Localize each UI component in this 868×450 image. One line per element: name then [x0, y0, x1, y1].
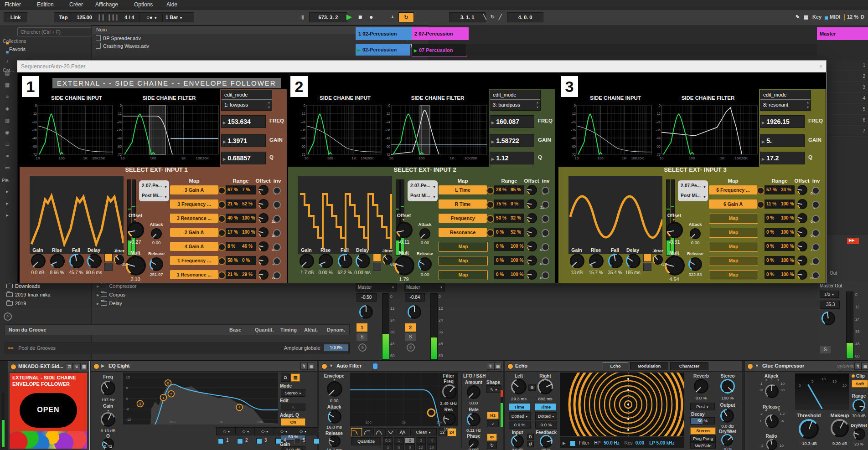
- map-button[interactable]: Map: [439, 256, 488, 266]
- device-activator[interactable]: [747, 363, 753, 369]
- eq-band-checkbox[interactable]: [256, 438, 262, 444]
- track-select[interactable]: 2-07-Pe...▼: [678, 180, 708, 190]
- range-box[interactable]: 40 %100 %: [226, 214, 256, 223]
- inv-toggle[interactable]: [273, 215, 281, 223]
- map-button[interactable]: Map: [709, 242, 758, 252]
- inv-toggle[interactable]: [812, 215, 820, 223]
- echo-stereo-knob[interactable]: [720, 379, 735, 394]
- af-quantize-12[interactable]: 12: [416, 444, 426, 450]
- clips-icon[interactable]: ◉: [2, 129, 13, 135]
- side-chain-filter-graph[interactable]: 0-12-24-36-48-60-72101001K10K20K: [115, 102, 220, 166]
- scene-5[interactable]: 5: [827, 104, 868, 115]
- range-box[interactable]: 0 %100 %: [765, 270, 795, 279]
- hot-swap-icon[interactable]: ↯: [73, 363, 80, 370]
- q-field[interactable]: ▶1.12: [490, 152, 534, 164]
- echo-channel-pingpong[interactable]: Ping Pong: [690, 435, 716, 442]
- ext-input-source-select[interactable]: 2-07-Pe...▼ Post Mi...▼: [678, 180, 708, 201]
- inv-toggle[interactable]: [273, 229, 281, 237]
- map-button[interactable]: 3 Resonance ...: [170, 214, 218, 223]
- map-button[interactable]: Map: [709, 214, 758, 224]
- af-phase-knob[interactable]: [469, 438, 479, 448]
- track-solo-button[interactable]: S: [405, 333, 416, 341]
- map-radio[interactable]: [757, 187, 765, 194]
- echo-reverb-position[interactable]: Post ▼: [690, 403, 715, 410]
- eq-band-filter-select[interactable]: ◇ ▼: [216, 427, 237, 435]
- echo-reverb-knob[interactable]: [694, 379, 708, 394]
- place-item[interactable]: 2019: [6, 301, 26, 306]
- af-quantize-5[interactable]: 5: [383, 444, 393, 450]
- stereo-link-icon[interactable]: ⊕: [528, 384, 536, 391]
- device-header[interactable]: ▶ EQ Eight ↯ ▣: [91, 361, 317, 372]
- device-activator[interactable]: [10, 364, 16, 370]
- glue-threshold-knob[interactable]: [799, 419, 819, 439]
- menu-item-options[interactable]: Options: [134, 1, 153, 8]
- punch-in-button[interactable]: ╲: [483, 12, 486, 21]
- inv-toggle[interactable]: [542, 187, 549, 194]
- map-button[interactable]: 2 Gain A: [170, 228, 218, 237]
- plugins-icon[interactable]: ▥: [2, 118, 13, 123]
- track-solo-button[interactable]: S: [356, 333, 367, 341]
- track-pan-knob[interactable]: [359, 305, 373, 319]
- folder-icon[interactable]: ▸: [2, 200, 13, 206]
- map-radio[interactable]: [757, 201, 765, 209]
- time-signature-field[interactable]: 4 / 4: [118, 12, 141, 22]
- midi-map-button[interactable]: MIDI: [830, 12, 840, 21]
- clip-play-icon[interactable]: ▶: [414, 48, 417, 53]
- key-map-button[interactable]: Key: [812, 12, 822, 21]
- scene-1[interactable]: 1: [827, 60, 868, 71]
- inv-toggle[interactable]: [542, 215, 549, 223]
- clip-slot-1[interactable]: ▶02-Percussion: [356, 44, 410, 56]
- echo-left-time-knob[interactable]: [511, 379, 527, 394]
- jitter-off-button[interactable]: [643, 263, 651, 271]
- inv-toggle[interactable]: [542, 257, 549, 265]
- track-arm-button[interactable]: 1: [356, 323, 367, 332]
- glue-drywet-knob[interactable]: [853, 428, 865, 440]
- echo-left-offset[interactable]: 0.0 %: [509, 421, 531, 429]
- track-header-1[interactable]: 1 02-Percussion: [356, 27, 413, 40]
- af-lfo-shape-select[interactable]: ∿ ▼: [486, 385, 501, 393]
- eq-mode-select[interactable]: Stereo ▼: [281, 389, 305, 397]
- af-quantize-0.5[interactable]: 0.5: [383, 437, 393, 444]
- save-preset-icon[interactable]: ▣: [80, 363, 88, 370]
- map-button[interactable]: 1 Resonance ...: [170, 270, 218, 279]
- map-button[interactable]: 1 Frequency ...: [170, 256, 218, 265]
- audio-effects-icon[interactable]: ≡: [2, 94, 13, 99]
- tap-point-select[interactable]: Post Mi...▼: [408, 190, 438, 200]
- eq-edit-select[interactable]: A: [281, 404, 305, 411]
- af-quantize-4[interactable]: 4: [427, 437, 437, 444]
- session-automation-arm-button[interactable]: ↻: [398, 12, 414, 22]
- delay-knob[interactable]: [626, 254, 641, 268]
- glue-soft-clip-toggle[interactable]: Soft: [852, 380, 868, 388]
- glue-attack-knob[interactable]: [765, 384, 779, 398]
- ext-input-source-select[interactable]: 2-07-Pe...▼ Post Mi...▼: [408, 180, 438, 201]
- templates-icon[interactable]: ▭: [2, 165, 13, 171]
- device-activator[interactable]: [507, 363, 513, 369]
- folder-icon[interactable]: ▸: [2, 212, 13, 218]
- rise-knob[interactable]: [589, 254, 604, 268]
- instruments-icon[interactable]: ▦: [2, 82, 13, 88]
- search-input[interactable]: Chercher (Ctrl + F): [17, 27, 92, 36]
- glue-range-knob[interactable]: [852, 399, 865, 412]
- track-cue-icon[interactable]: ◎: [407, 343, 415, 352]
- offset-knob[interactable]: [666, 222, 683, 238]
- echo-right-offset[interactable]: 0.0 %: [535, 421, 557, 429]
- device-auto-filter[interactable]: ▼ Auto Filter ↯ ▣ Envelope ▼ 0.00 Attack…: [319, 361, 503, 450]
- spinner-icon[interactable]: ▴▾: [268, 100, 270, 110]
- device-activator[interactable]: [321, 363, 327, 369]
- mikado-screen[interactable]: EXTERNAL - SIDE CHAINE ENVELOPE FOLLOWER…: [10, 373, 87, 449]
- track-header-2[interactable]: 2 07-Percussion: [412, 27, 469, 40]
- af-quantize-8[interactable]: 8: [405, 444, 415, 450]
- save-preset-icon[interactable]: ▣: [308, 363, 315, 370]
- device-echo[interactable]: Echo Echo Modulation Character Left Righ…: [505, 361, 742, 450]
- fall-knob[interactable]: [338, 254, 352, 268]
- af-quantize-1[interactable]: 1: [394, 437, 404, 444]
- inv-toggle[interactable]: [812, 201, 820, 209]
- folder-row[interactable]: ▸ Delay: [97, 301, 122, 307]
- menu-item-affichage[interactable]: Affichage: [95, 1, 118, 8]
- echo-right-division[interactable]: Dotted ▼: [535, 412, 557, 420]
- map-button[interactable]: L Time: [439, 185, 487, 194]
- map-radio[interactable]: [218, 215, 226, 223]
- af-filter-type-3[interactable]: [387, 428, 398, 436]
- af-phase-mode[interactable]: Φ: [487, 434, 497, 441]
- open-button[interactable]: OPEN: [10, 406, 87, 414]
